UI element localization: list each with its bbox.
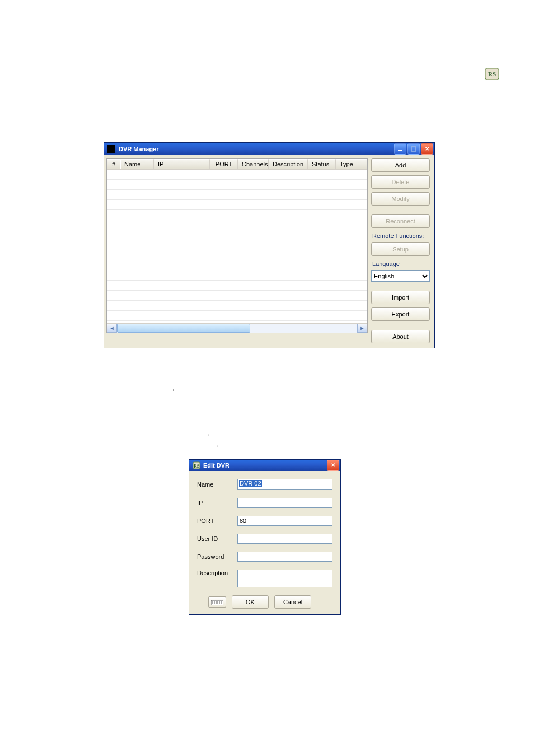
list-row (107, 180, 367, 190)
about-button[interactable]: About (371, 330, 430, 343)
scroll-left-arrow-icon[interactable]: ◄ (107, 324, 117, 333)
password-label: Password (197, 553, 237, 560)
side-panel: Add Delete Modify Reconnect Remote Funct… (370, 157, 432, 346)
list-row (107, 301, 367, 311)
ip-label: IP (197, 500, 237, 506)
port-input[interactable] (237, 516, 332, 526)
name-input[interactable]: DVR 02 (237, 479, 332, 490)
edit-dvr-titlebar[interactable]: RS Edit DVR ✕ (189, 460, 340, 471)
onscreen-keyboard-icon[interactable] (208, 596, 226, 608)
list-row (107, 190, 367, 200)
list-row (107, 230, 367, 240)
svg-text:RS: RS (488, 71, 496, 77)
import-button[interactable]: Import (371, 291, 430, 304)
edit-dvr-app-icon: RS (193, 461, 200, 469)
name-label: Name (197, 481, 237, 488)
list-row (107, 200, 367, 210)
add-button[interactable]: Add (371, 158, 430, 172)
edit-dvr-dialog: RS Edit DVR ✕ Name DVR 02 IP PORT (189, 459, 341, 615)
window-title: DVR Manager (119, 146, 394, 152)
app-icon (107, 145, 115, 153)
remote-functions-label: Remote Functions: (371, 231, 430, 239)
column-status[interactable]: Status (308, 159, 336, 169)
ok-button[interactable]: OK (232, 595, 269, 609)
scroll-thumb[interactable] (117, 324, 250, 333)
svg-rect-3 (411, 147, 416, 151)
name-input-value: DVR 02 (239, 480, 262, 487)
list-row (107, 170, 367, 180)
edit-dvr-title: Edit DVR (203, 462, 327, 469)
column-port[interactable]: PORT (210, 159, 238, 169)
delete-button: Delete (371, 175, 430, 189)
list-row (107, 260, 367, 270)
list-row (107, 281, 367, 291)
column-channels[interactable]: Channels (238, 159, 269, 169)
language-select[interactable]: English (371, 270, 430, 282)
column-description[interactable]: Description (269, 159, 308, 169)
userid-label: User ID (197, 535, 237, 542)
column-ip[interactable]: IP (154, 159, 210, 169)
ip-input[interactable] (237, 498, 332, 508)
description-label: Description (197, 570, 237, 576)
titlebar[interactable]: DVR Manager ✕ (104, 143, 434, 155)
list-header[interactable]: # Name IP PORT Channels Description Stat… (107, 159, 367, 170)
dvr-list[interactable]: # Name IP PORT Channels Description Stat… (106, 158, 368, 333)
scroll-track[interactable] (117, 324, 357, 333)
dvr-manager-window: DVR Manager ✕ # Name IP PORT Channels (104, 142, 435, 348)
scroll-right-arrow-icon[interactable]: ► (357, 324, 367, 333)
setup-button: Setup (371, 242, 430, 256)
svg-rect-2 (398, 150, 402, 151)
list-row (107, 210, 367, 220)
password-input[interactable] (237, 552, 332, 562)
edit-dvr-close-button[interactable]: ✕ (327, 460, 339, 471)
list-row (107, 220, 367, 230)
list-row (107, 270, 367, 281)
column-name[interactable]: Name (120, 159, 154, 169)
column-num[interactable]: # (107, 159, 120, 169)
stray-comma-1: , (172, 384, 174, 392)
description-input[interactable] (237, 570, 332, 587)
userid-input[interactable] (237, 534, 332, 544)
svg-text:RS: RS (194, 464, 200, 469)
port-label: PORT (197, 517, 237, 524)
minimize-button[interactable] (394, 143, 406, 155)
reconnect-button: Reconnect (371, 214, 430, 228)
list-row (107, 240, 367, 250)
cancel-button[interactable]: Cancel (274, 595, 311, 609)
maximize-button (407, 143, 420, 155)
list-row (107, 291, 367, 301)
brand-logo: RS (481, 67, 503, 86)
language-label: Language (371, 259, 430, 267)
list-rows (107, 170, 367, 331)
close-button[interactable]: ✕ (421, 143, 433, 155)
modify-button: Modify (371, 192, 430, 206)
stray-comma-2: , (207, 429, 209, 437)
list-row (107, 311, 367, 321)
list-row (107, 250, 367, 260)
stray-comma-3: , (216, 440, 218, 448)
export-button[interactable]: Export (371, 307, 430, 321)
column-type[interactable]: Type (336, 159, 367, 169)
horizontal-scrollbar[interactable]: ◄ ► (107, 323, 367, 333)
